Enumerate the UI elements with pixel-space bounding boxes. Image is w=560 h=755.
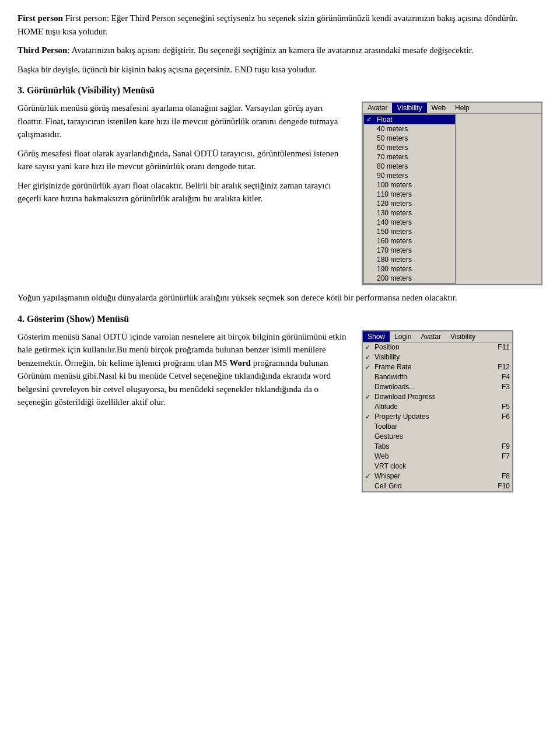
bandwidth-shortcut: F4 [496, 373, 510, 381]
first-person-label: First person [18, 13, 63, 23]
show-bar-login[interactable]: Login [390, 331, 416, 342]
vis-item-40m[interactable]: 40 meters [364, 124, 455, 134]
show-bar-show[interactable]: Show [363, 331, 390, 342]
show-item-toolbar[interactable]: Toolbar [363, 422, 512, 432]
show-item-gestures[interactable]: Gestures [363, 432, 512, 442]
show-menu-image: Show Login Avatar Visibility ✓ Position … [362, 330, 542, 492]
show-text-col: Gösterim menüsü Sanal ODTÜ içinde varola… [18, 330, 350, 492]
visibility-section: Görünürlük menüsü görüş mesafesini ayarl… [18, 102, 542, 285]
show-item-downloads[interactable]: Downloads... F3 [363, 382, 512, 392]
show-item-download-progress[interactable]: ✓ Download Progress [363, 392, 512, 402]
vis-para-1: Görünürlük menüsü görüş mesafesini ayarl… [18, 102, 350, 141]
show-para-1: Gösterim menüsü Sanal ODTÜ içinde varola… [18, 330, 350, 409]
vis-item-120m[interactable]: 120 meters [364, 199, 455, 208]
vis-para-4: Yoğun yapılaşmanın olduğu dünyalarda gör… [18, 291, 542, 305]
visibility-check: ✓ [365, 354, 370, 361]
show-bar-visibility[interactable]: Visibility [446, 331, 480, 342]
vis-item-100m[interactable]: 100 meters [364, 180, 455, 190]
show-item-property-updates[interactable]: ✓ Property Updates F6 [363, 412, 512, 422]
float-check: ✓ [366, 116, 372, 123]
framerate-shortcut: F12 [492, 363, 510, 371]
property-updates-check: ✓ [365, 413, 370, 421]
third-person-label: Third Person [18, 46, 67, 55]
show-bar-avatar[interactable]: Avatar [416, 331, 445, 342]
visibility-text-col: Görünürlük menüsü görüş mesafesini ayarl… [18, 102, 350, 285]
vis-item-150m[interactable]: 150 meters [364, 227, 455, 236]
section-4-title: 4. Gösterim (Show) Menüsü [18, 314, 542, 324]
menu-bar-avatar[interactable]: Avatar [363, 103, 392, 113]
show-item-framerate[interactable]: ✓ Frame Rate F12 [363, 362, 512, 372]
show-item-altitude[interactable]: Altitude F5 [363, 402, 512, 412]
position-shortcut: F11 [492, 343, 510, 351]
cell-grid-shortcut: F10 [492, 482, 510, 490]
vis-item-60m[interactable]: 60 meters [364, 143, 455, 152]
vis-item-90m[interactable]: 90 meters [364, 171, 455, 180]
framerate-check: ✓ [365, 363, 370, 371]
visibility-dropdown: ✓ Float 40 meters 50 meters 60 meters 70… [363, 114, 456, 284]
download-progress-check: ✓ [365, 393, 370, 401]
whisper-shortcut: F8 [496, 472, 510, 480]
paragraph-2-text: Avatarınızın bakış açısını değiştirir. B… [72, 46, 474, 55]
vis-item-160m[interactable]: 160 meters [364, 236, 455, 246]
altitude-shortcut: F5 [496, 403, 510, 411]
paragraph-1-text: First person: Eğer Third Person seçeneği… [18, 13, 518, 36]
word-label: Word [229, 358, 251, 368]
vis-item-float[interactable]: ✓ Float [364, 115, 455, 124]
show-item-bandwidth[interactable]: Bandwidth F4 [363, 372, 512, 382]
show-section: Gösterim menüsü Sanal ODTÜ içinde varola… [18, 330, 542, 492]
vis-item-190m[interactable]: 190 meters [364, 264, 455, 274]
show-item-tabs[interactable]: Tabs F9 [363, 442, 512, 452]
show-item-cell-grid[interactable]: Cell Grid F10 [363, 481, 512, 491]
vis-item-130m[interactable]: 130 meters [364, 208, 455, 218]
paragraph-1: First person First person: Eğer Third Pe… [18, 12, 542, 38]
paragraph-3: Başka bir deyişle, üçüncü bir kişinin ba… [18, 63, 542, 76]
vis-item-80m[interactable]: 80 meters [364, 162, 455, 171]
menu-bar-web[interactable]: Web [427, 103, 450, 113]
show-item-whisper[interactable]: ✓ Whisper F8 [363, 471, 512, 481]
show-item-vrt-clock[interactable]: VRT clock [363, 462, 512, 471]
section-3-title: 3. Görünürlük (Visibility) Menüsü [18, 85, 542, 96]
show-item-position[interactable]: ✓ Position F11 [363, 342, 512, 352]
show-item-visibility[interactable]: ✓ Visibility [363, 352, 512, 362]
menu-bar-help[interactable]: Help [450, 103, 474, 113]
section-4-title-text: Gösterim (Show) Menüsü [27, 314, 129, 324]
property-updates-shortcut: F6 [496, 413, 510, 421]
paragraph-2: Third Person: Avatarınızın bakış açısını… [18, 44, 542, 57]
vis-para-3: Her girişinizde görünürlük ayarı float o… [18, 179, 350, 205]
downloads-shortcut: F3 [496, 383, 510, 391]
section-3-title-text: Görünürlük (Visibility) Menüsü [27, 85, 155, 95]
show-menu-box: Show Login Avatar Visibility ✓ Position … [362, 330, 513, 492]
visibility-menu-image: Avatar Visibility Web Help ✓ Float 40 me… [362, 102, 542, 285]
vis-item-140m[interactable]: 140 meters [364, 218, 455, 227]
whisper-check: ✓ [365, 473, 370, 480]
menu-bar-visibility[interactable]: Visibility [392, 103, 426, 113]
show-menu-bar: Show Login Avatar Visibility [363, 331, 512, 342]
vis-item-110m[interactable]: 110 meters [364, 190, 455, 199]
visibility-menu-box: Avatar Visibility Web Help ✓ Float 40 me… [362, 102, 542, 285]
vis-item-180m[interactable]: 180 meters [364, 255, 455, 264]
tabs-shortcut: F9 [496, 442, 510, 450]
show-item-web[interactable]: Web F7 [363, 452, 512, 462]
web-shortcut: F7 [496, 452, 510, 460]
vis-para-2: Görüş mesafesi float olarak ayarlandığın… [18, 147, 350, 173]
vis-item-70m[interactable]: 70 meters [364, 152, 455, 162]
vis-item-170m[interactable]: 170 meters [364, 246, 455, 255]
position-check: ✓ [365, 344, 370, 351]
vis-item-50m[interactable]: 50 meters [364, 134, 455, 143]
visibility-menu-bar: Avatar Visibility Web Help [363, 103, 541, 114]
vis-item-200m[interactable]: 200 meters [364, 274, 455, 283]
